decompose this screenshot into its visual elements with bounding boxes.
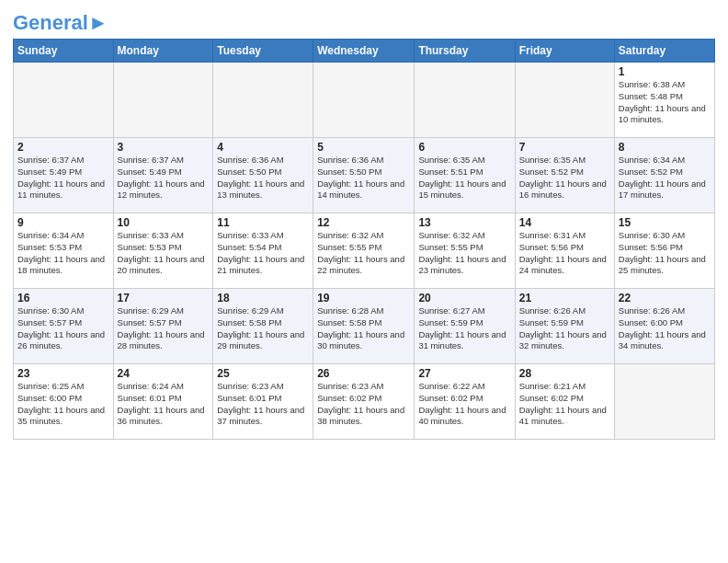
day-info: Sunrise: 6:21 AM Sunset: 6:02 PM Dayligh… (519, 381, 610, 428)
day-number: 11 (217, 216, 309, 229)
calendar-cell: 22Sunrise: 6:26 AM Sunset: 6:00 PM Dayli… (614, 289, 714, 364)
calendar-cell: 9Sunrise: 6:34 AM Sunset: 5:53 PM Daylig… (14, 213, 114, 289)
day-number: 26 (317, 367, 410, 380)
day-info: Sunrise: 6:24 AM Sunset: 6:01 PM Dayligh… (118, 381, 210, 428)
day-info: Sunrise: 6:25 AM Sunset: 6:00 PM Dayligh… (17, 381, 109, 428)
day-info: Sunrise: 6:26 AM Sunset: 6:00 PM Dayligh… (619, 305, 711, 352)
calendar-header-wednesday: Wednesday (313, 40, 415, 63)
calendar-week-4: 16Sunrise: 6:30 AM Sunset: 5:57 PM Dayli… (14, 289, 715, 364)
day-info: Sunrise: 6:22 AM Sunset: 6:02 PM Dayligh… (418, 381, 510, 428)
day-number: 9 (17, 216, 109, 229)
calendar-cell: 15Sunrise: 6:30 AM Sunset: 5:56 PM Dayli… (614, 213, 714, 289)
day-info: Sunrise: 6:33 AM Sunset: 5:53 PM Dayligh… (118, 230, 210, 277)
day-info: Sunrise: 6:32 AM Sunset: 5:55 PM Dayligh… (317, 230, 410, 277)
logo-general-text: General (13, 11, 88, 34)
calendar-cell: 14Sunrise: 6:31 AM Sunset: 5:56 PM Dayli… (515, 213, 614, 289)
calendar-header-thursday: Thursday (415, 40, 515, 63)
day-number: 16 (17, 292, 109, 304)
calendar-cell (515, 63, 614, 138)
calendar-cell: 24Sunrise: 6:24 AM Sunset: 6:01 PM Dayli… (113, 364, 213, 440)
day-number: 21 (519, 292, 610, 304)
logo: General► (13, 13, 108, 33)
calendar-cell: 11Sunrise: 6:33 AM Sunset: 5:54 PM Dayli… (213, 213, 313, 289)
calendar-cell: 12Sunrise: 6:32 AM Sunset: 5:55 PM Dayli… (313, 213, 415, 289)
calendar-cell (614, 364, 714, 440)
day-number: 8 (619, 141, 711, 154)
calendar-cell: 23Sunrise: 6:25 AM Sunset: 6:00 PM Dayli… (14, 364, 114, 440)
calendar-cell: 18Sunrise: 6:29 AM Sunset: 5:58 PM Dayli… (213, 289, 313, 364)
day-info: Sunrise: 6:29 AM Sunset: 5:57 PM Dayligh… (118, 305, 210, 352)
day-number: 1 (619, 65, 711, 78)
day-info: Sunrise: 6:33 AM Sunset: 5:54 PM Dayligh… (217, 230, 309, 277)
calendar: SundayMondayTuesdayWednesdayThursdayFrid… (13, 39, 715, 440)
calendar-cell (14, 63, 114, 138)
day-number: 18 (217, 292, 309, 304)
calendar-cell: 20Sunrise: 6:27 AM Sunset: 5:59 PM Dayli… (415, 289, 515, 364)
calendar-cell: 19Sunrise: 6:28 AM Sunset: 5:58 PM Dayli… (313, 289, 415, 364)
day-number: 15 (619, 216, 711, 229)
calendar-cell: 27Sunrise: 6:22 AM Sunset: 6:02 PM Dayli… (415, 364, 515, 440)
calendar-cell (313, 63, 415, 138)
day-info: Sunrise: 6:36 AM Sunset: 5:50 PM Dayligh… (217, 155, 309, 201)
day-number: 17 (118, 292, 210, 304)
day-info: Sunrise: 6:29 AM Sunset: 5:58 PM Dayligh… (217, 305, 309, 352)
day-info: Sunrise: 6:32 AM Sunset: 5:55 PM Dayligh… (418, 230, 510, 277)
calendar-cell: 13Sunrise: 6:32 AM Sunset: 5:55 PM Dayli… (415, 213, 515, 289)
calendar-cell: 5Sunrise: 6:36 AM Sunset: 5:50 PM Daylig… (313, 138, 415, 213)
day-info: Sunrise: 6:30 AM Sunset: 5:56 PM Dayligh… (619, 230, 711, 277)
day-info: Sunrise: 6:34 AM Sunset: 5:52 PM Dayligh… (619, 155, 711, 201)
calendar-cell: 21Sunrise: 6:26 AM Sunset: 5:59 PM Dayli… (515, 289, 614, 364)
calendar-cell: 7Sunrise: 6:35 AM Sunset: 5:52 PM Daylig… (515, 138, 614, 213)
day-number: 5 (317, 141, 410, 154)
day-info: Sunrise: 6:37 AM Sunset: 5:49 PM Dayligh… (118, 155, 210, 201)
calendar-header-friday: Friday (515, 40, 614, 63)
calendar-cell (415, 63, 515, 138)
logo-general: General► (13, 13, 108, 33)
day-info: Sunrise: 6:28 AM Sunset: 5:58 PM Dayligh… (317, 305, 410, 352)
day-number: 6 (418, 141, 510, 154)
day-info: Sunrise: 6:23 AM Sunset: 6:01 PM Dayligh… (217, 381, 309, 428)
calendar-header-row: SundayMondayTuesdayWednesdayThursdayFrid… (14, 40, 715, 63)
logo-blue-inline: ► (88, 11, 108, 34)
day-number: 20 (418, 292, 510, 304)
calendar-cell: 10Sunrise: 6:33 AM Sunset: 5:53 PM Dayli… (113, 213, 213, 289)
calendar-cell: 1Sunrise: 6:38 AM Sunset: 5:48 PM Daylig… (614, 63, 714, 138)
day-number: 22 (619, 292, 711, 304)
day-number: 4 (217, 141, 309, 154)
day-info: Sunrise: 6:23 AM Sunset: 6:02 PM Dayligh… (317, 381, 410, 428)
calendar-header-monday: Monday (113, 40, 213, 63)
calendar-cell: 26Sunrise: 6:23 AM Sunset: 6:02 PM Dayli… (313, 364, 415, 440)
day-info: Sunrise: 6:26 AM Sunset: 5:59 PM Dayligh… (519, 305, 610, 352)
day-info: Sunrise: 6:37 AM Sunset: 5:49 PM Dayligh… (17, 155, 109, 201)
calendar-week-2: 2Sunrise: 6:37 AM Sunset: 5:49 PM Daylig… (14, 138, 715, 213)
day-info: Sunrise: 6:36 AM Sunset: 5:50 PM Dayligh… (317, 155, 410, 201)
calendar-cell: 8Sunrise: 6:34 AM Sunset: 5:52 PM Daylig… (614, 138, 714, 213)
calendar-cell: 2Sunrise: 6:37 AM Sunset: 5:49 PM Daylig… (14, 138, 114, 213)
day-number: 24 (118, 367, 210, 380)
calendar-cell (213, 63, 313, 138)
day-number: 28 (519, 367, 610, 380)
day-number: 19 (317, 292, 410, 304)
page-container: General► SundayMondayTuesdayWednesdayThu… (0, 0, 728, 449)
header: General► (13, 9, 715, 33)
calendar-week-3: 9Sunrise: 6:34 AM Sunset: 5:53 PM Daylig… (14, 213, 715, 289)
day-number: 10 (118, 216, 210, 229)
day-info: Sunrise: 6:35 AM Sunset: 5:52 PM Dayligh… (519, 155, 610, 201)
calendar-cell: 28Sunrise: 6:21 AM Sunset: 6:02 PM Dayli… (515, 364, 614, 440)
day-info: Sunrise: 6:27 AM Sunset: 5:59 PM Dayligh… (418, 305, 510, 352)
day-info: Sunrise: 6:38 AM Sunset: 5:48 PM Dayligh… (619, 79, 711, 126)
day-info: Sunrise: 6:31 AM Sunset: 5:56 PM Dayligh… (519, 230, 610, 277)
calendar-cell: 17Sunrise: 6:29 AM Sunset: 5:57 PM Dayli… (113, 289, 213, 364)
calendar-week-5: 23Sunrise: 6:25 AM Sunset: 6:00 PM Dayli… (14, 364, 715, 440)
calendar-header-sunday: Sunday (14, 40, 114, 63)
calendar-cell (113, 63, 213, 138)
calendar-header-tuesday: Tuesday (213, 40, 313, 63)
day-info: Sunrise: 6:30 AM Sunset: 5:57 PM Dayligh… (17, 305, 109, 352)
calendar-header-saturday: Saturday (614, 40, 714, 63)
calendar-week-1: 1Sunrise: 6:38 AM Sunset: 5:48 PM Daylig… (14, 63, 715, 138)
day-number: 27 (418, 367, 510, 380)
calendar-cell: 16Sunrise: 6:30 AM Sunset: 5:57 PM Dayli… (14, 289, 114, 364)
calendar-cell: 3Sunrise: 6:37 AM Sunset: 5:49 PM Daylig… (113, 138, 213, 213)
day-number: 7 (519, 141, 610, 154)
day-number: 25 (217, 367, 309, 380)
